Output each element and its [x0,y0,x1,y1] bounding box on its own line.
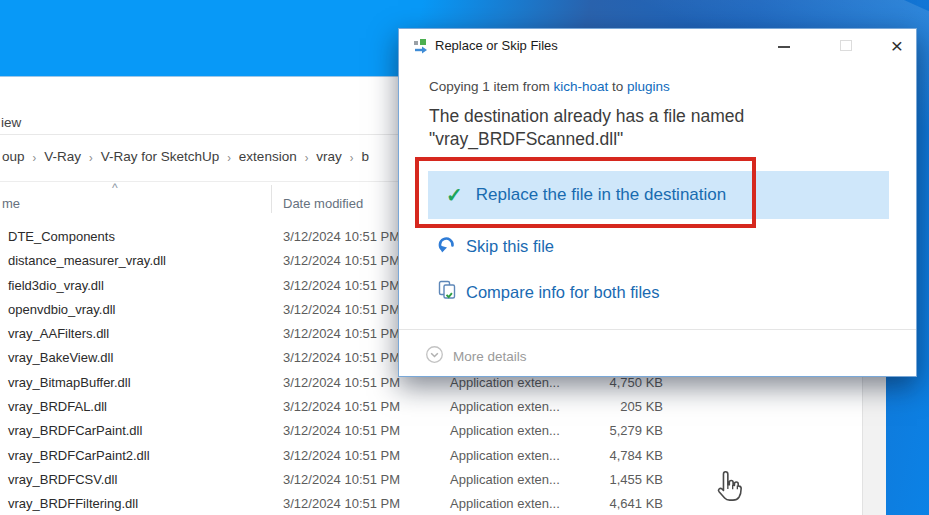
file-date-modified: 3/12/2024 10:51 PM [283,302,400,317]
conflict-message-line1: The destination already has a file named [429,105,744,128]
breadcrumb-segment[interactable]: › b [342,149,369,164]
file-type: Application exten... [450,399,560,414]
file-date-modified: 3/12/2024 10:51 PM [283,496,400,511]
file-date-modified: 3/12/2024 10:51 PM [283,253,400,268]
file-date-modified: 3/12/2024 10:51 PM [283,326,400,341]
maximize-button[interactable] [829,29,863,59]
file-name[interactable]: vray_BRDFCarPaint.dll [8,423,142,438]
column-header-date-modified[interactable]: Date modified [283,196,363,211]
file-type: Application exten... [450,448,560,463]
file-name[interactable]: vray_BRDFFiltering.dll [8,496,138,511]
breadcrumb-chevron-icon: › [227,150,231,164]
table-row[interactable]: vray_BRDFCarPaint.dll 3/12/2024 10:51 PM… [0,419,885,443]
file-name[interactable]: vray_BRDFAL.dll [8,399,107,414]
file-type: Application exten... [450,496,560,511]
conflict-message-line2: "vray_BRDFScanned.dll" [429,128,744,151]
copy-status-line: Copying 1 item from kich-hoat to plugins [429,79,670,94]
copy-middle: to [608,79,627,94]
breadcrumb-chevron-icon: › [305,150,309,164]
file-date-modified: 3/12/2024 10:51 PM [283,448,400,463]
file-size: 1,455 KB [560,472,663,487]
destination-folder-link[interactable]: plugins [627,79,670,94]
dialog-separator [399,329,916,330]
table-row[interactable]: vray_BRDFCarPaint2.dll 3/12/2024 10:51 P… [0,444,885,468]
more-details-toggle[interactable]: More details [425,345,527,368]
file-name[interactable]: DTE_Components [8,229,115,244]
breadcrumb: › oup › V-Ray › V-Ray for SketchUp › ext… [2,149,369,164]
table-row[interactable]: vray_BRDFFiltering.dll 3/12/2024 10:51 P… [0,492,885,515]
file-type: Application exten... [450,423,560,438]
breadcrumb-segment[interactable]: › V-Ray for SketchUp [81,149,219,164]
table-row[interactable]: vray_BRDFCSV.dll 3/12/2024 10:51 PM Appl… [0,468,885,492]
file-name[interactable]: vray_BRDFCarPaint2.dll [8,448,150,463]
replace-file-option[interactable]: ✓ Replace the file in the destination [428,171,889,219]
file-name[interactable]: vray_AAFilters.dll [8,326,109,341]
copy-prefix: Copying 1 item from [429,79,554,94]
file-date-modified: 3/12/2024 10:51 PM [283,229,400,244]
replace-option-label: Replace the file in the destination [476,185,726,205]
file-date-modified: 3/12/2024 10:51 PM [283,350,400,365]
file-name[interactable]: vray_BRDFCSV.dll [8,472,117,487]
file-date-modified: 3/12/2024 10:51 PM [283,278,400,293]
maximize-icon [840,40,852,51]
check-icon: ✓ [446,183,463,207]
column-header-name[interactable]: me [2,196,20,211]
file-date-modified: 3/12/2024 10:51 PM [283,399,400,414]
file-date-modified: 3/12/2024 10:51 PM [283,472,400,487]
source-folder-link[interactable]: kich-hoat [554,79,609,94]
skip-file-option[interactable]: Skip this file [437,234,554,258]
minimize-icon [778,46,790,48]
compare-files-option[interactable]: Compare info for both files [437,280,660,304]
minimize-button[interactable] [767,29,801,59]
ribbon-tab-view[interactable]: iew [1,115,21,130]
dialog-title: Replace or Skip Files [435,38,558,53]
skip-option-label: Skip this file [466,237,554,256]
screen: iew › oup › V-Ray › V-Ray for SketchUp ›… [0,0,929,515]
column-separator[interactable] [271,185,272,213]
breadcrumb-chevron-icon: › [350,150,354,164]
skip-curved-arrow-icon [437,234,457,258]
breadcrumb-segment[interactable]: › vray [297,149,342,164]
compare-files-icon [437,280,457,304]
file-date-modified: 3/12/2024 10:51 PM [283,375,400,390]
file-type: Application exten... [450,472,560,487]
more-details-label: More details [453,349,527,364]
file-name[interactable]: openvdbio_vray.dll [8,302,115,317]
file-name[interactable]: vray_BakeView.dll [8,350,113,365]
table-row[interactable]: vray_BRDFAL.dll 3/12/2024 10:51 PM Appli… [0,395,885,419]
breadcrumb-chevron-icon: › [89,150,93,164]
file-size: 4,784 KB [560,448,663,463]
file-name[interactable]: vray_BitmapBuffer.dll [8,375,131,390]
breadcrumb-chevron-icon: › [33,150,37,164]
replace-or-skip-dialog: Replace or Skip Files × Copying 1 item f… [398,28,917,377]
file-size: 5,279 KB [560,423,663,438]
conflict-message: The destination already has a file named… [429,105,744,151]
file-date-modified: 3/12/2024 10:51 PM [283,423,400,438]
breadcrumb-segment[interactable]: › oup [2,149,25,164]
copy-file-icon [413,39,431,55]
file-size: 4,750 KB [560,375,663,390]
compare-option-label: Compare info for both files [466,283,660,302]
file-name[interactable]: field3dio_vray.dll [8,278,104,293]
file-size: 205 KB [560,399,663,414]
file-name[interactable]: distance_measurer_vray.dll [8,253,166,268]
file-size: 4,641 KB [560,496,663,511]
breadcrumb-segment[interactable]: › V-Ray [25,149,81,164]
close-button[interactable]: × [879,31,915,61]
breadcrumb-segment[interactable]: › extension [219,149,296,164]
sort-ascending-icon: ^ [112,181,118,195]
chevron-down-circle-icon [425,345,444,368]
file-type: Application exten... [450,375,560,390]
